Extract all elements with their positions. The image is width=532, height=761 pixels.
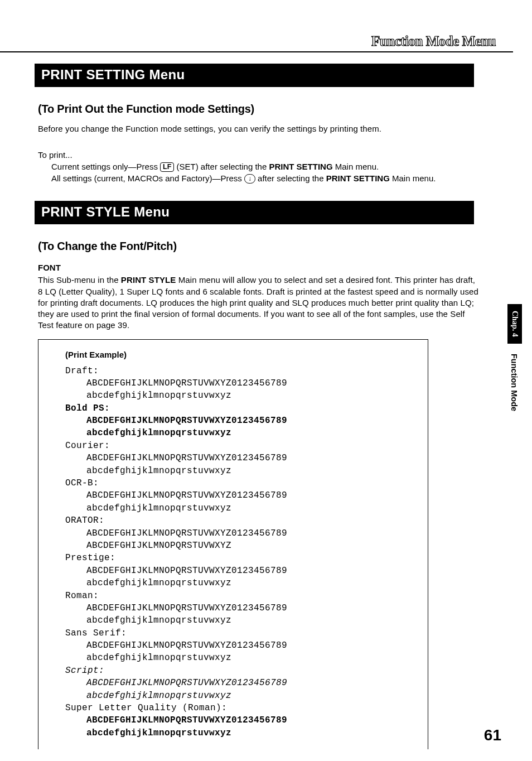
font-name-draft: Draft: — [65, 365, 412, 377]
sample-line: ABCDEFGHIJKLMNOPQRSTUVWXYZ0123456789 — [65, 677, 412, 689]
desc-bold: PRINT STYLE — [121, 275, 176, 285]
line2-bold: PRINT SETTING — [326, 174, 390, 183]
line2-text-b: after selecting the — [255, 174, 326, 183]
sample-line: ABCDEFGHIJKLMNOPQRSTUVWXYZ0123456789 — [65, 489, 412, 502]
sample-line: abcdefghijklmnopqrstuvwxyz — [65, 577, 412, 589]
subtitle-font-pitch: (To Change the Font/Pitch) — [38, 240, 499, 253]
sample-line: abcdefghijklmnopqrstuvwxyz — [65, 690, 412, 702]
line1-text-a: Current settings only—Press — [51, 162, 160, 171]
sample-slq: Super Letter Quality (Roman): ABCDEFGHIJ… — [65, 702, 412, 739]
sample-line: ABCDEFGHIJKLMNOPQRSTUVWXYZ0123456789 — [65, 527, 412, 540]
sample-prestige: Prestige: ABCDEFGHIJKLMNOPQRSTUVWXYZ0123… — [65, 552, 412, 589]
lf-key-icon: LF — [160, 162, 174, 172]
line2-text-c: Main menu. — [390, 174, 436, 183]
sample-line: abcdefghijklmnopqrstuvwxyz — [65, 465, 412, 477]
line1-bold: PRINT SETTING — [269, 162, 332, 171]
font-name-prestige: Prestige: — [65, 552, 412, 564]
sample-line: abcdefghijklmnopqrstuvwxyz — [65, 727, 412, 739]
section-bar-print-style: PRINT STYLE Menu — [35, 201, 474, 224]
chapter-tab: Chap. 4 — [507, 304, 522, 344]
line2-text-a: All settings (current, MACROs and Factor… — [51, 174, 244, 183]
desc-a: This Sub-menu in the — [38, 275, 121, 285]
sample-courier: Courier: ABCDEFGHIJKLMNOPQRSTUVWXYZ01234… — [65, 440, 412, 477]
sample-orator: ORATOR: ABCDEFGHIJKLMNOPQRSTUVWXYZ012345… — [65, 514, 412, 552]
sample-line: abcdefghijklmnopqrstuvwxyz — [65, 614, 412, 627]
sample-line: abcdefghijklmnopqrstuvwxyz — [65, 652, 412, 664]
down-arrow-key-icon: ↓ — [244, 174, 255, 184]
sample-ocrb: OCR-B: ABCDEFGHIJKLMNOPQRSTUVWXYZ0123456… — [65, 477, 412, 514]
print-example-title: (Print Example) — [65, 350, 412, 359]
sample-line: ABCDEFGHIJKLMNOPQRSTUVWXYZ — [65, 540, 412, 552]
font-name-script: Script: — [65, 664, 412, 677]
intro-paragraph: Before you change the Function mode sett… — [38, 123, 499, 134]
subtitle-print-out: (To Print Out the Function mode Settings… — [38, 103, 499, 115]
sample-roman: Roman: ABCDEFGHIJKLMNOPQRSTUVWXYZ0123456… — [65, 590, 412, 627]
sample-line: abcdefghijklmnopqrstuvwxyz — [65, 389, 412, 402]
sample-bold-ps: Bold PS: ABCDEFGHIJKLMNOPQRSTUVWXYZ01234… — [65, 402, 412, 440]
sample-line: ABCDEFGHIJKLMNOPQRSTUVWXYZ0123456789 — [65, 639, 412, 652]
to-print-label: To print... — [38, 150, 499, 160]
sample-line: ABCDEFGHIJKLMNOPQRSTUVWXYZ0123456789 — [65, 602, 412, 614]
sample-line: ABCDEFGHIJKLMNOPQRSTUVWXYZ0123456789 — [65, 714, 412, 726]
font-name-courier: Courier: — [65, 440, 412, 452]
sample-line: ABCDEFGHIJKLMNOPQRSTUVWXYZ0123456789 — [65, 377, 412, 389]
font-name-slq: Super Letter Quality (Roman): — [65, 702, 412, 714]
header-outline-title: Function Mode Menu — [371, 33, 496, 49]
section-bar-print-setting: PRINT SETTING Menu — [35, 64, 474, 87]
page-number: 61 — [484, 726, 501, 744]
font-description: This Sub-menu in the PRINT STYLE Main me… — [38, 274, 478, 331]
sample-script: Script: ABCDEFGHIJKLMNOPQRSTUVWXYZ012345… — [65, 664, 412, 702]
sample-line: ABCDEFGHIJKLMNOPQRSTUVWXYZ0123456789 — [65, 415, 412, 427]
sample-draft: Draft: ABCDEFGHIJKLMNOPQRSTUVWXYZ0123456… — [65, 365, 412, 402]
sample-sans: Sans Serif: ABCDEFGHIJKLMNOPQRSTUVWXYZ01… — [65, 627, 412, 664]
instructions-block: Current settings only—Press LF (SET) aft… — [51, 161, 464, 184]
font-name-orator: ORATOR: — [65, 514, 412, 527]
font-heading: FONT — [38, 263, 499, 272]
font-name-boldps: Bold PS: — [65, 402, 412, 415]
font-name-ocrb: OCR-B: — [65, 477, 412, 489]
side-tabs: Chap. 4 Function Mode — [507, 304, 522, 418]
section-tab: Function Mode — [507, 344, 521, 418]
horizontal-rule — [0, 51, 513, 52]
font-name-roman: Roman: — [65, 590, 412, 602]
sample-line: abcdefghijklmnopqrstuvwxyz — [65, 427, 412, 439]
sample-line: ABCDEFGHIJKLMNOPQRSTUVWXYZ0123456789 — [65, 452, 412, 464]
font-name-sans: Sans Serif: — [65, 627, 412, 639]
page-container: Function Mode Menu PRINT SETTING Menu (T… — [0, 0, 532, 761]
sample-line: abcdefghijklmnopqrstuvwxyz — [65, 502, 412, 514]
print-example-box: (Print Example) Draft: ABCDEFGHIJKLMNOPQ… — [38, 339, 428, 750]
sample-line: ABCDEFGHIJKLMNOPQRSTUVWXYZ0123456789 — [65, 565, 412, 577]
line1-text-b: (SET) after selecting the — [174, 162, 269, 171]
line1-text-c: Main menu. — [333, 162, 379, 171]
